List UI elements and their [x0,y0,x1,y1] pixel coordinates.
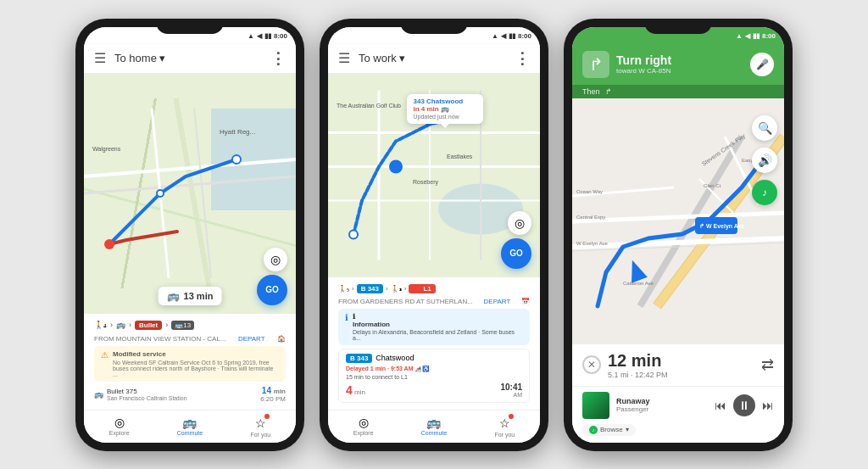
svg-text:↱ W Evelyn Ave: ↱ W Evelyn Ave [699,223,744,230]
route-options-nav-btn[interactable]: ⇄ [761,355,774,374]
signal-icon-3: ▲ [736,32,743,40]
schedule-row-1: 🚌 Bullet 375 San Francisco Caltrain Stat… [94,386,286,403]
alert-box-1: ⚠ Modified service No Weekend SF Caltrai… [94,346,286,382]
train-icon-1: 🚌 [94,390,103,399]
album-art [582,392,609,419]
nav-direction: Turn right [616,53,743,68]
spotify-logo: ♪ [589,426,598,434]
route-options-1: 🚶₄ › 🚌 › Bullet › 🚌13 [94,321,286,330]
music-title: Runaway [616,397,708,405]
phone-notch-1 [156,19,224,34]
nav-commute-2[interactable]: 🚌 Commute [398,414,469,439]
route-options-2: 🚶₅ › B 343 › 🚶₃ › L1 [338,284,530,293]
map-controls: 🔍 🔊 ♪ [752,115,777,205]
screen-3: ▲ ◀ ▮▮ 8:00 ↱ Turn right toward W CA-85N… [572,27,784,443]
bottom-nav-1: ◎ Explore 🚌 Commute ☆ For you [84,410,296,443]
svg-point-6 [232,155,241,164]
nav-commute-1[interactable]: 🚌 Commute [154,414,225,439]
alert-title: Modified service [113,350,279,358]
phone-1: ▲ ◀ ▮▮ 8:00 ☰ To home ▾ ⋮ [75,19,304,451]
header-title-2: To work ▾ [359,52,506,64]
spotify-icon: ♪ [762,187,767,198]
app-header-1: ☰ To home ▾ ⋮ [84,44,296,73]
more-icon-1[interactable]: ⋮ [270,49,286,68]
screen-2: ▲ ◀ ▮▮ 8:00 ☰ To work ▾ ⋮ [328,27,540,443]
spotify-btn[interactable]: ♪ [752,180,777,205]
menu-icon-1[interactable]: ☰ [94,50,106,66]
bubble-time-text: 13 min [184,291,214,301]
schedule-time: 6:20 PM [260,395,286,403]
info-icon: ℹ [345,313,348,341]
arrival-meridiem: AM [500,392,522,398]
browse-btn[interactable]: ♪ Browse ▾ [582,424,636,436]
info-card-title: Information [353,321,523,328]
foryou-badge-2: ☆ [499,416,510,431]
nav-explore-1[interactable]: ◎ Explore [84,414,154,439]
time-2: 8:00 [518,32,531,40]
svg-text:Calderon Ave: Calderon Ave [623,281,654,286]
music-controls: ⏮ ⏸ ⏭ [715,394,774,416]
cancel-nav-btn[interactable]: ✕ [582,355,601,374]
bus-icon-route: 🚌 [116,321,125,329]
arrival-time: 10:41 [500,382,522,392]
nav-bottom: ✕ 12 min 5.1 mi · 12:42 PM ⇄ Runaway [572,344,784,443]
home-icon: 🏠 [277,335,286,343]
map-area-1[interactable]: Hyatt Reg... Walgreens 🚌 13 min ◎ GO [84,73,296,314]
location-btn-1[interactable]: ◎ [264,248,287,271]
nav-foryou-2[interactable]: ☆ For you [470,414,540,439]
phones-container: ▲ ◀ ▮▮ 8:00 ☰ To home ▾ ⋮ [58,2,810,468]
volume-btn[interactable]: 🔊 [752,148,777,173]
menu-icon-2[interactable]: ☰ [338,50,350,66]
then-label: Then [582,87,600,96]
cancel-icon: ✕ [587,359,596,371]
nav-map[interactable]: ↱ W Evelyn Ave Stevens Creek Fwy Central… [572,98,784,344]
svg-text:Hyatt Reg...: Hyatt Reg... [220,128,255,136]
search-icon: 🔍 [758,121,772,135]
bus-icon-bubble2: 🚌 [441,105,449,113]
nav-header-3: ↱ Turn right toward W CA-85N 🎤 [572,44,784,85]
map-area-2[interactable]: The Australian Golf Club Rosebery Eastla… [328,73,540,277]
schedule-mins: 14 min [260,386,286,395]
next-btn[interactable]: ⏭ [762,399,774,412]
bubble-arrow [441,124,449,128]
bus-card-name: Chatswood [376,354,414,362]
foryou-icon-2: ☆ [499,416,510,430]
bottom-nav-2: ◎ Explore 🚌 Commute ☆ For you [328,410,540,443]
mic-button[interactable]: 🎤 [750,53,774,76]
bullet-tag: Bullet [135,321,162,330]
bus-icon-bubble: 🚌 [167,290,180,302]
bubble-route-num: 343 Chatswood [414,98,464,105]
chevron-right3: › [404,285,407,293]
music-artist: Passenger [616,405,708,413]
signal-icon-2: ▲ [492,32,498,40]
svg-text:Eastlakes: Eastlakes [447,153,473,159]
browse-label: Browse [600,426,623,433]
app-header-2: ☰ To work ▾ ⋮ [328,44,540,73]
then-bar: Then ↱ [572,85,784,98]
foryou-badge-1: ☆ [255,416,266,431]
alert-text: No Weekend SF Caltrain Service Oct 6 to … [113,360,279,377]
route-switch-icon: ⇄ [761,356,774,373]
phone-notch-2 [400,19,468,34]
more-icon-2[interactable]: ⋮ [515,49,530,68]
go-btn-1[interactable]: GO [257,275,287,305]
nav-foryou-1[interactable]: ☆ For you [225,414,296,439]
play-pause-btn[interactable]: ⏸ [733,394,755,416]
delayed-text: Delayed 1 min · 9:53 AM 🦽♿ [346,366,522,372]
location-btn-2[interactable]: ◎ [508,211,531,235]
eta-time: 12 min [608,351,668,371]
battery-icon-2: ▮▮ [509,32,515,40]
wifi-icon-2: ◀ [501,32,506,40]
screen-1: ▲ ◀ ▮▮ 8:00 ☰ To home ▾ ⋮ [84,27,296,443]
then-icon: ↱ [605,87,612,96]
nav-explore-2[interactable]: ◎ Explore [328,414,398,439]
go-btn-2[interactable]: GO [501,238,531,269]
search-btn[interactable]: 🔍 [752,115,777,141]
walk-icon-2a: 🚶₅ [338,285,349,293]
foryou-icon-1: ☆ [255,416,266,430]
map-info-bubble-2: 343 Chatswood in 4 min 🚌 Updated just no… [407,94,483,124]
prev-btn[interactable]: ⏮ [715,399,726,412]
eta-details: 5.1 mi · 12:42 PM [608,371,668,379]
volume-icon: 🔊 [758,154,772,167]
bus-num-tag: 🚌13 [171,321,194,330]
